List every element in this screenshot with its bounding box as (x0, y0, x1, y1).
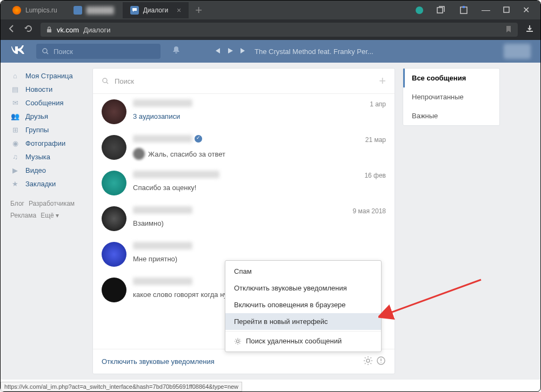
nav-my-page[interactable]: ⌂Моя Страница (10, 69, 92, 83)
filter-all[interactable]: Все сообщения (403, 69, 499, 87)
account-icon[interactable] (459, 5, 469, 15)
collections-icon[interactable] (436, 5, 446, 15)
svg-rect-4 (47, 29, 51, 32)
nav-groups[interactable]: ⊞Группы (10, 123, 92, 137)
search-placeholder: Поиск (115, 77, 134, 85)
music-icon: ♫ (10, 153, 20, 161)
search-icon (42, 48, 49, 55)
groups-icon: ⊞ (10, 126, 20, 134)
reload-button[interactable] (24, 24, 33, 35)
footer-more[interactable]: Ещё ▾ (41, 212, 59, 219)
footer-ads[interactable]: Реклама (10, 212, 36, 219)
dialog-date: 16 фев (364, 172, 386, 179)
maximize-button[interactable] (503, 5, 510, 15)
video-icon: ▶ (10, 166, 20, 174)
status-bar: https://vk.com/al_im.php?act=a_switch_in… (1, 382, 242, 391)
ctx-new-interface[interactable]: Перейти в новый интерфейс (225, 313, 381, 330)
footer-devs[interactable]: Разработчикам (29, 200, 75, 207)
nav-footer: БлогРазработчикам РекламаЕщё ▾ (10, 198, 92, 221)
vk-logo[interactable] (10, 45, 25, 58)
close-button[interactable]: ✕ (523, 5, 530, 15)
dialog-item[interactable]: Жаль, спасибо за ответ21 мар (93, 130, 395, 165)
dialog-preview: Взаимно) (133, 219, 386, 227)
dialog-name-blurred (133, 99, 192, 107)
nav-photos[interactable]: ◉Фотографии (10, 137, 92, 150)
lock-icon (46, 26, 52, 33)
tab-vk-blurred[interactable]: ██████ (66, 2, 122, 18)
user-menu[interactable] (504, 44, 531, 59)
dialogs-search[interactable]: Поиск + (93, 69, 395, 94)
svg-rect-0 (437, 8, 443, 13)
photo-icon: ◉ (10, 139, 20, 147)
nav-messages[interactable]: ✉Сообщения (10, 96, 92, 110)
filter-unread[interactable]: Непрочитанные (403, 87, 499, 106)
back-button[interactable] (7, 24, 17, 36)
avatar (102, 206, 126, 231)
bookmark-icon[interactable] (505, 25, 512, 35)
svg-point-7 (366, 359, 370, 362)
ctx-divider (225, 331, 381, 332)
svg-rect-2 (463, 6, 465, 8)
dialog-item[interactable]: Взаимно)9 мая 2018 (93, 201, 395, 236)
svg-point-5 (43, 49, 47, 53)
dialog-name-blurred (133, 135, 192, 143)
content: Поиск + 3 аудиозаписи1 апр Жаль, спасибо… (92, 63, 540, 380)
dialog-preview: 3 аудиозаписи (133, 112, 386, 120)
dialog-item[interactable]: 3 аудиозаписи1 апр (93, 94, 395, 130)
favicon-icon (12, 6, 21, 15)
ctx-disable-sound[interactable]: Отключить звуковые уведомления (225, 280, 381, 296)
now-playing-label[interactable]: The Crystal Method feat. Franky Per... (255, 48, 373, 56)
next-track-button[interactable] (239, 47, 247, 56)
nav-friends[interactable]: 👥Друзья (10, 110, 92, 123)
vk-header: Поиск The Crystal Method feat. Franky Pe… (1, 40, 540, 63)
url-domain: vk.com (57, 26, 79, 34)
nav-music[interactable]: ♫Музыка (10, 150, 92, 164)
dialog-item[interactable]: Спасибо за оценку!16 фев (93, 165, 395, 201)
vk-player: The Crystal Method feat. Franky Per... (213, 47, 373, 56)
tab-label: Диалоги (143, 6, 168, 14)
footer-blog[interactable]: Блог (10, 200, 24, 207)
gear-icon (234, 337, 242, 345)
ctx-spam[interactable]: Спам (225, 263, 381, 280)
dialogs-panel: Поиск + 3 аудиозаписи1 апр Жаль, спасибо… (92, 68, 395, 374)
new-tab-button[interactable]: + (190, 3, 208, 17)
messages-icon: ✉ (10, 99, 20, 107)
svg-rect-3 (504, 7, 509, 12)
tab-dialogs[interactable]: Диалоги × (123, 2, 189, 18)
nav-video[interactable]: ▶Видео (10, 164, 92, 177)
home-icon: ⌂ (10, 72, 20, 80)
minimize-button[interactable]: — (482, 5, 490, 15)
nav-news[interactable]: ▤Новости (10, 83, 92, 96)
ctx-search-deleted[interactable]: Поиск удаленных сообщений (225, 333, 381, 349)
report-icon[interactable] (376, 356, 386, 367)
add-dialog-button[interactable]: + (379, 74, 386, 88)
notifications-button[interactable] (171, 45, 181, 57)
prev-track-button[interactable] (213, 47, 221, 56)
avatar (102, 99, 126, 124)
filter-important[interactable]: Важные (403, 106, 499, 125)
url-field[interactable]: vk.com Диалоги (41, 23, 518, 37)
disable-sound-link[interactable]: Отключить звуковые уведомления (102, 357, 215, 366)
ctx-enable-browser-notif[interactable]: Включить оповещения в браузере (225, 296, 381, 313)
chat-icon (132, 8, 137, 13)
nav-bookmarks[interactable]: ★Закладки (10, 177, 92, 191)
shield-icon[interactable] (416, 6, 423, 14)
avatar (102, 278, 126, 302)
favicon-icon (130, 6, 139, 15)
news-icon: ▤ (10, 85, 20, 93)
dialog-preview: Жаль, спасибо за ответ (133, 148, 386, 160)
download-button[interactable] (525, 24, 534, 35)
tab-lumpics[interactable]: Lumpics.ru (5, 2, 65, 18)
close-icon[interactable]: × (177, 6, 181, 15)
dialog-name-blurred (133, 206, 192, 214)
dialog-name-blurred (133, 242, 192, 249)
play-button[interactable] (226, 47, 234, 56)
main-layout: ⌂Моя Страница ▤Новости ✉Сообщения 👥Друзь… (1, 63, 540, 380)
vk-search[interactable]: Поиск (36, 44, 161, 59)
address-bar: vk.com Диалоги (1, 19, 540, 40)
svg-point-6 (103, 78, 107, 83)
gear-icon[interactable] (363, 356, 373, 367)
left-nav: ⌂Моя Страница ▤Новости ✉Сообщения 👥Друзь… (1, 63, 92, 380)
avatar (102, 135, 126, 160)
window-controls: — ✕ (416, 5, 540, 15)
